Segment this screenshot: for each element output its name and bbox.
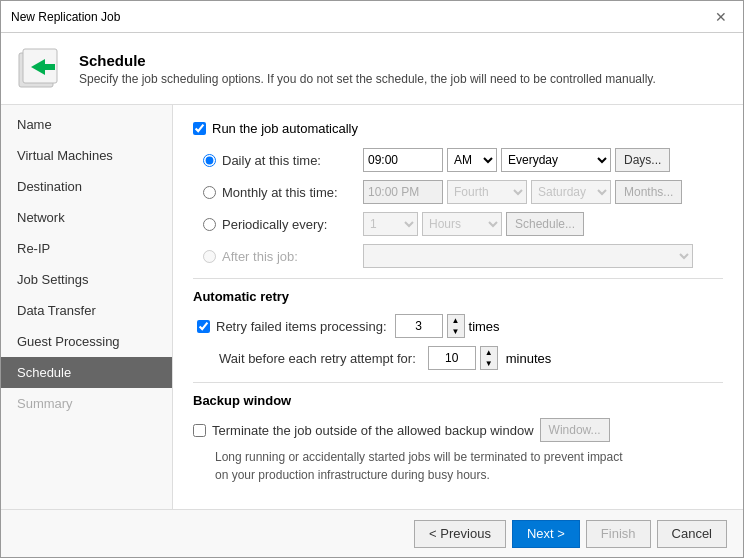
daily-frequency-select[interactable]: Everyday Weekdays Weekends — [501, 148, 611, 172]
retry-section: Automatic retry Retry failed items proce… — [193, 289, 723, 370]
divider-2 — [193, 382, 723, 383]
schedule-button[interactable]: Schedule... — [506, 212, 584, 236]
finish-button[interactable]: Finish — [586, 520, 651, 548]
after-job-label[interactable]: After this job: — [203, 249, 363, 264]
sidebar-item-re-ip[interactable]: Re-IP — [1, 233, 172, 264]
retry-times-input[interactable] — [395, 314, 443, 338]
after-job-radio[interactable] — [203, 250, 216, 263]
backup-section-title: Backup window — [193, 393, 723, 408]
wait-up[interactable]: ▲ — [481, 347, 497, 358]
retry-failed-label[interactable]: Retry failed items processing: — [197, 319, 387, 334]
periodically-radio-label[interactable]: Periodically every: — [203, 217, 363, 232]
wait-spinner: ▲ ▼ — [480, 346, 498, 370]
backup-section: Backup window Terminate the job outside … — [193, 393, 723, 484]
daily-controls: AM PM Everyday Weekdays Weekends Days... — [363, 148, 670, 172]
terminate-checkbox[interactable] — [193, 424, 206, 437]
sidebar-item-schedule[interactable]: Schedule — [1, 357, 172, 388]
retry-times-spinner: ▲ ▼ — [447, 314, 465, 338]
run-automatically-label[interactable]: Run the job automatically — [212, 121, 358, 136]
sidebar-item-destination[interactable]: Destination — [1, 171, 172, 202]
monthly-controls: First Second Third Fourth Last Sunday Mo… — [363, 180, 682, 204]
header-text: Schedule Specify the job scheduling opti… — [79, 52, 656, 86]
sidebar-item-data-transfer[interactable]: Data Transfer — [1, 295, 172, 326]
window-title: New Replication Job — [11, 10, 120, 24]
periodically-unit-select[interactable]: Minutes Hours — [422, 212, 502, 236]
daily-row: Daily at this time: AM PM Everyday Weekd… — [193, 148, 723, 172]
periodically-radio[interactable] — [203, 218, 216, 231]
close-button[interactable]: ✕ — [709, 7, 733, 27]
sidebar-item-name[interactable]: Name — [1, 109, 172, 140]
daily-ampm-select[interactable]: AM PM — [447, 148, 497, 172]
periodically-row: Periodically every: 1 Minutes Hours Sche… — [193, 212, 723, 236]
monthly-radio-label[interactable]: Monthly at this time: — [203, 185, 363, 200]
sidebar-item-summary: Summary — [1, 388, 172, 419]
previous-button[interactable]: < Previous — [414, 520, 506, 548]
daily-time-input[interactable] — [363, 148, 443, 172]
retry-times-down[interactable]: ▼ — [448, 326, 464, 337]
after-job-row: After this job: — [193, 244, 723, 268]
daily-radio-label[interactable]: Daily at this time: — [203, 153, 363, 168]
terminate-label[interactable]: Terminate the job outside of the allowed… — [212, 423, 534, 438]
window-button[interactable]: Window... — [540, 418, 610, 442]
divider-1 — [193, 278, 723, 279]
retry-failed-checkbox[interactable] — [197, 320, 210, 333]
sidebar: Name Virtual Machines Destination Networ… — [1, 105, 173, 509]
monthly-row: Monthly at this time: First Second Third… — [193, 180, 723, 204]
main-window: New Replication Job ✕ Schedule Specify t… — [0, 0, 744, 558]
periodically-value-select[interactable]: 1 — [363, 212, 418, 236]
wait-unit: minutes — [506, 351, 552, 366]
header-title: Schedule — [79, 52, 656, 69]
sidebar-item-guest-processing[interactable]: Guest Processing — [1, 326, 172, 357]
content-area: Run the job automatically Daily at this … — [173, 105, 743, 509]
header-description: Specify the job scheduling options. If y… — [79, 72, 656, 86]
wait-row: Wait before each retry attempt for: ▲ ▼ … — [193, 346, 723, 370]
sidebar-item-job-settings[interactable]: Job Settings — [1, 264, 172, 295]
monthly-radio[interactable] — [203, 186, 216, 199]
wait-down[interactable]: ▼ — [481, 358, 497, 369]
monthly-occurrence-select[interactable]: First Second Third Fourth Last — [447, 180, 527, 204]
retry-times-unit: times — [469, 319, 500, 334]
header-panel: Schedule Specify the job scheduling opti… — [1, 33, 743, 105]
wizard-icon — [17, 45, 65, 93]
run-automatically-checkbox[interactable] — [193, 122, 206, 135]
run-auto-row: Run the job automatically — [193, 121, 723, 136]
periodically-controls: 1 Minutes Hours Schedule... — [363, 212, 584, 236]
monthly-time-input[interactable] — [363, 180, 443, 204]
sidebar-item-virtual-machines[interactable]: Virtual Machines — [1, 140, 172, 171]
monthly-day-select[interactable]: Sunday Monday Tuesday Wednesday Thursday… — [531, 180, 611, 204]
wait-value-input[interactable] — [428, 346, 476, 370]
backup-description: Long running or accidentally started job… — [193, 448, 723, 484]
title-bar: New Replication Job ✕ — [1, 1, 743, 33]
footer: < Previous Next > Finish Cancel — [1, 509, 743, 557]
cancel-button[interactable]: Cancel — [657, 520, 727, 548]
retry-failed-row: Retry failed items processing: ▲ ▼ times — [193, 314, 723, 338]
days-button[interactable]: Days... — [615, 148, 670, 172]
backup-terminate-row: Terminate the job outside of the allowed… — [193, 418, 723, 442]
retry-section-title: Automatic retry — [193, 289, 723, 304]
next-button[interactable]: Next > — [512, 520, 580, 548]
retry-times-up[interactable]: ▲ — [448, 315, 464, 326]
months-button[interactable]: Months... — [615, 180, 682, 204]
retry-field: ▲ ▼ times — [395, 314, 500, 338]
sidebar-item-network[interactable]: Network — [1, 202, 172, 233]
wait-label: Wait before each retry attempt for: — [219, 351, 416, 366]
after-job-dropdown[interactable] — [363, 244, 693, 268]
daily-radio[interactable] — [203, 154, 216, 167]
body: Name Virtual Machines Destination Networ… — [1, 105, 743, 509]
